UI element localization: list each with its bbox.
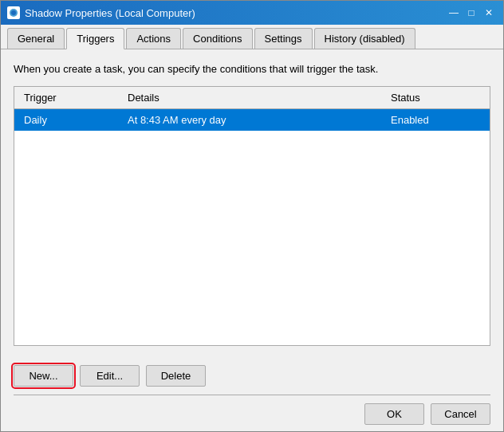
- title-bar-left: Shadow Properties (Local Computer): [7, 6, 195, 19]
- window-title: Shadow Properties (Local Computer): [25, 7, 195, 19]
- tab-history[interactable]: History (disabled): [314, 28, 415, 49]
- new-button[interactable]: New...: [14, 365, 73, 387]
- maximize-button[interactable]: □: [463, 6, 479, 20]
- tab-general[interactable]: General: [7, 28, 65, 49]
- divider: [14, 395, 490, 395]
- delete-button[interactable]: Delete: [146, 365, 206, 387]
- tab-actions[interactable]: Actions: [126, 28, 181, 49]
- table-header: Trigger Details Status: [14, 87, 490, 109]
- svg-point-1: [11, 10, 16, 15]
- column-header-status: Status: [388, 90, 483, 105]
- triggers-table-container: Trigger Details Status Daily At 8:43 AM …: [14, 86, 490, 346]
- description-text: When you create a task, you can specify …: [14, 62, 490, 77]
- app-icon: [7, 6, 20, 19]
- main-content: When you create a task, you can specify …: [1, 49, 503, 359]
- bottom-bar: New... Edit... Delete OK Cancel: [1, 359, 503, 431]
- ok-cancel-buttons: OK Cancel: [14, 403, 490, 425]
- tab-triggers[interactable]: Triggers: [66, 28, 124, 49]
- cell-trigger: Daily: [21, 112, 124, 128]
- tabs-bar: General Triggers Actions Conditions Sett…: [1, 25, 503, 49]
- column-header-trigger: Trigger: [21, 90, 124, 105]
- window: Shadow Properties (Local Computer) — □ ✕…: [0, 0, 504, 432]
- ok-button[interactable]: OK: [364, 403, 424, 425]
- title-bar: Shadow Properties (Local Computer) — □ ✕: [1, 1, 503, 25]
- column-header-details: Details: [124, 90, 388, 105]
- close-button[interactable]: ✕: [481, 6, 497, 20]
- cell-details: At 8:43 AM every day: [124, 112, 388, 128]
- action-buttons: New... Edit... Delete: [14, 365, 490, 387]
- title-bar-controls: — □ ✕: [446, 6, 497, 20]
- minimize-button[interactable]: —: [446, 6, 462, 20]
- cancel-button[interactable]: Cancel: [431, 403, 490, 425]
- table-row[interactable]: Daily At 8:43 AM every day Enabled: [14, 109, 490, 131]
- cell-status: Enabled: [388, 112, 483, 128]
- edit-button[interactable]: Edit...: [80, 365, 140, 387]
- tab-conditions[interactable]: Conditions: [183, 28, 252, 49]
- tab-settings[interactable]: Settings: [254, 28, 313, 49]
